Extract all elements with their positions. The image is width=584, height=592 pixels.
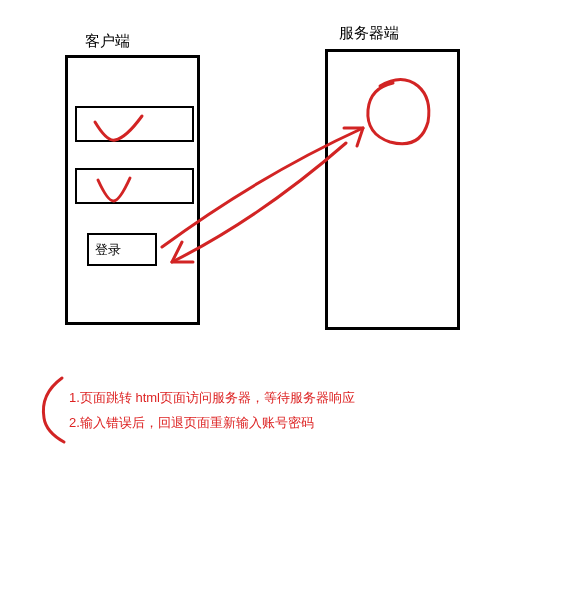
login-button[interactable]: 登录: [87, 233, 157, 266]
notes-block: 1.页面跳转 html页面访问服务器，等待服务器响应 2.输入错误后，回退页面重…: [69, 386, 355, 435]
login-button-label: 登录: [95, 241, 121, 259]
password-input-box: [75, 168, 194, 204]
client-container: 登录: [65, 55, 200, 325]
note-line-1: 1.页面跳转 html页面访问服务器，等待服务器响应: [69, 386, 355, 411]
username-input-box: [75, 106, 194, 142]
client-heading: 客户端: [85, 32, 130, 51]
note-line-2: 2.输入错误后，回退页面重新输入账号密码: [69, 411, 355, 436]
server-container: [325, 49, 460, 330]
server-heading: 服务器端: [339, 24, 399, 43]
paren-icon: [43, 378, 64, 442]
